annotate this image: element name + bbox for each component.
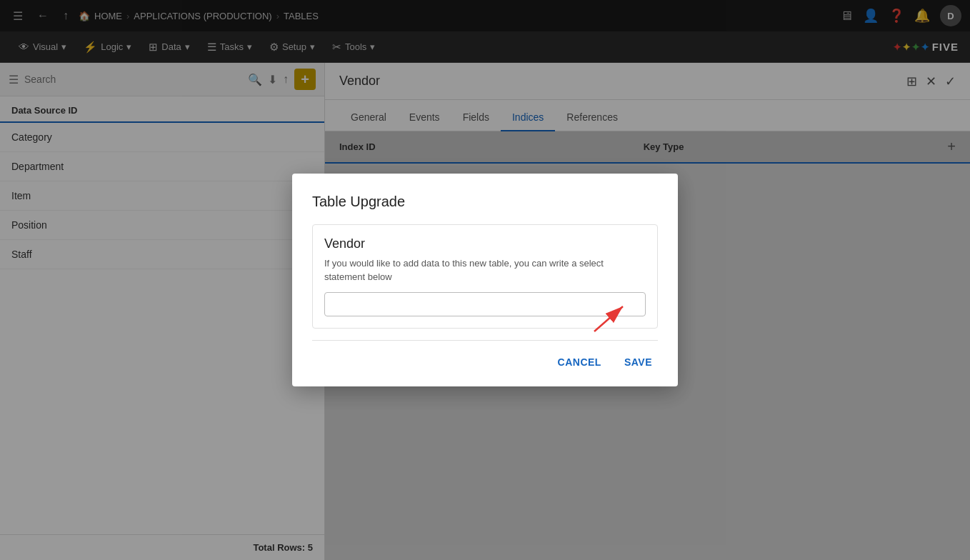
- dialog-title: Table Upgrade: [312, 194, 658, 210]
- save-button[interactable]: SAVE: [619, 352, 658, 372]
- modal-overlay: Table Upgrade Vendor If you would like t…: [0, 0, 970, 560]
- cancel-button[interactable]: CANCEL: [552, 352, 607, 372]
- dialog-vendor-label: Vendor: [324, 236, 646, 251]
- dialog-description: If you would like to add data to this ne…: [324, 257, 646, 283]
- dialog-divider: [312, 340, 658, 341]
- table-upgrade-dialog: Table Upgrade Vendor If you would like t…: [292, 174, 678, 386]
- dialog-inner-box: Vendor If you would like to add data to …: [312, 224, 658, 328]
- dialog-actions: CANCEL SAVE: [312, 349, 658, 372]
- dialog-sql-input[interactable]: [324, 292, 646, 316]
